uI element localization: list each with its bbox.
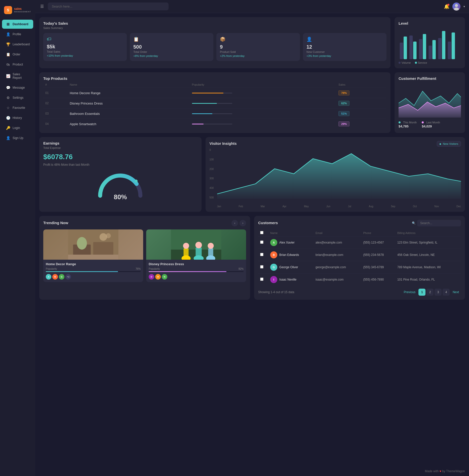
products-table-header: # Name Popularity Sales: [43, 82, 386, 88]
page-1-button[interactable]: 1: [418, 289, 425, 296]
search-input[interactable]: [48, 3, 169, 10]
topbar-right: 🔔 ▾: [444, 3, 465, 11]
customer-name-text: George Oliver: [279, 265, 298, 269]
product-num: 01: [43, 88, 68, 98]
menu-button[interactable]: ☰: [39, 3, 45, 10]
svg-rect-7: [423, 34, 426, 59]
sidebar-item-dashboard[interactable]: ⊞ Dashboard: [2, 20, 33, 29]
sidebar-item-profile[interactable]: 👤 Profile: [2, 30, 33, 39]
table-row: A Alex Xavier alex@example.com (555) 123…: [258, 236, 461, 249]
visitor-header: Visitor Insights New Visitors: [210, 141, 461, 147]
sidebar-item-label: Sign Up: [13, 136, 23, 140]
sidebar-item-history[interactable]: 🕐 History: [2, 113, 33, 122]
svg-point-29: [196, 242, 202, 248]
sidebar-item-leaderboard[interactable]: 🏆 Leaderboard: [2, 40, 33, 49]
sales-badge: 62%: [338, 101, 349, 106]
fulfillment-title: Customer Fulfillment: [399, 76, 461, 81]
avatar-g: G: [59, 274, 64, 280]
sidebar-item-label: Order: [13, 53, 20, 56]
product-sold-label: Product Sold: [220, 50, 296, 53]
avatar-b: B: [52, 274, 58, 280]
customer-checkbox[interactable]: [260, 253, 263, 256]
trending-card: Trending Now ‹ ›: [39, 216, 250, 300]
leaderboard-icon: 🏆: [6, 42, 10, 46]
customer-address: 456 Oak Street, Lincoln, NE: [395, 249, 461, 261]
customers-title: Customers: [258, 221, 278, 225]
page-3-button[interactable]: 3: [435, 289, 442, 296]
customer-checkbox[interactable]: [260, 241, 263, 244]
product-bar-fill: [46, 271, 118, 272]
product-sales: 29%: [336, 119, 386, 129]
history-icon: 🕐: [6, 116, 10, 120]
select-all-checkbox[interactable]: [260, 231, 263, 234]
footer-by: by ThemeWagon: [442, 469, 465, 473]
customer-name-text: Alex Xavier: [279, 241, 295, 244]
customer-checkbox[interactable]: [260, 265, 263, 268]
customer-fulfillment-card: Customer Fulfillment: [395, 72, 465, 133]
page-4-button[interactable]: 4: [443, 289, 450, 296]
user-menu-chevron[interactable]: ▾: [463, 5, 465, 8]
order-icon: 📋: [6, 52, 10, 56]
notification-button[interactable]: 🔔: [444, 4, 449, 9]
product-name: Bathroom Essentials: [68, 109, 190, 119]
new-customer-label: New Customer: [306, 50, 383, 53]
product-num: 04: [43, 119, 68, 129]
level-legend: Volume Service: [399, 61, 461, 64]
customer-name-cell: G George Oliver: [268, 261, 314, 274]
trending-title: Trending Now: [43, 221, 68, 225]
sidebar-item-message[interactable]: 💬 Message: [2, 83, 33, 92]
table-row: G George Oliver george@example.com (555)…: [258, 261, 461, 274]
customer-check[interactable]: [258, 261, 268, 274]
customer-name: B Brian Edwards: [270, 251, 311, 258]
sidebar-item-order[interactable]: 📋 Order: [2, 50, 33, 59]
popularity-bar: [192, 103, 217, 104]
svg-rect-11: [442, 31, 445, 59]
customer-search-container: 🔍: [412, 220, 461, 226]
sidebar-item-label: Login: [13, 126, 20, 130]
customer-check[interactable]: [258, 236, 268, 249]
svg-rect-25: [184, 248, 189, 258]
page-2-button[interactable]: 2: [426, 289, 434, 296]
volume-legend-label: Volume: [402, 61, 411, 64]
customer-checkbox[interactable]: [260, 278, 263, 281]
next-page-button[interactable]: Next: [451, 289, 461, 295]
new-customer-value: 12: [306, 44, 383, 50]
customer-check[interactable]: [258, 249, 268, 261]
customer-phone: (555) 123-4567: [361, 236, 395, 249]
app-name: sales: [14, 7, 31, 11]
visitor-dot: [440, 143, 441, 145]
customer-check[interactable]: [258, 274, 268, 286]
product-name: Home Decore Range: [68, 88, 190, 98]
product-bar-track-disney: [149, 271, 244, 272]
svg-rect-9: [432, 40, 436, 59]
trending-prev-button[interactable]: ‹: [231, 220, 238, 226]
todays-sales-card: Today's Sales Sales Summary 🏷 $5k Total …: [39, 17, 390, 68]
customer-avatar: A: [270, 239, 277, 246]
new-customer-change: +3% from yesterday: [306, 54, 383, 57]
search-icon: 🔍: [412, 221, 416, 225]
total-order-label: Total Order: [133, 50, 210, 53]
customer-avatar: I: [270, 276, 277, 283]
sidebar-item-settings[interactable]: ⚙ Settings: [2, 93, 33, 102]
product-icon: 🛍: [6, 62, 10, 66]
total-sales-label: Total Sales: [47, 50, 123, 53]
table-row: 04 Apple Smartwatch 29%: [43, 119, 386, 129]
col-num: #: [43, 82, 68, 88]
sidebar-item-favourite[interactable]: ☆ Favourite: [2, 103, 33, 112]
customer-search-input[interactable]: [417, 220, 461, 226]
pagination: Previous 1 2 3 4 Next: [402, 289, 461, 296]
sidebar-item-sales-report[interactable]: 📈 Sales Report: [2, 70, 33, 82]
sidebar-item-signup[interactable]: 👤 Sign Up: [2, 133, 33, 143]
sidebar-item-product[interactable]: 🛍 Product: [2, 60, 33, 69]
dashboard-icon: ⊞: [6, 22, 10, 26]
customer-address: 789 Maple Avenue, Madison, WI: [395, 261, 461, 274]
app-tagline: MANAGEMENT: [14, 11, 31, 13]
svg-point-18: [77, 237, 87, 250]
sidebar-item-login[interactable]: 🔑 Login: [2, 123, 33, 132]
svg-rect-19: [68, 255, 119, 260]
product-avatars-disney: D H N: [149, 274, 244, 280]
product-info-disney: Disney Princess Dress Popularity 82% D: [146, 260, 246, 282]
trending-next-button[interactable]: ›: [240, 220, 246, 226]
todays-sales-subtitle: Sales Summary: [43, 26, 386, 29]
prev-page-button[interactable]: Previous: [402, 289, 418, 295]
